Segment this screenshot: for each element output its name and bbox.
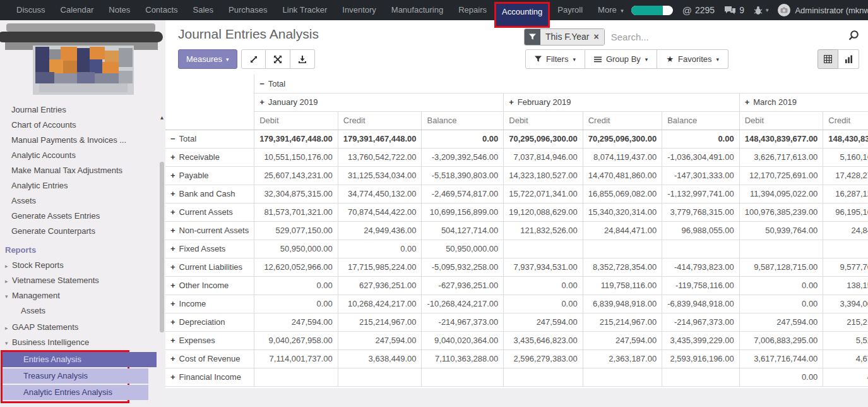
favorites-button[interactable]: ★ Favorites ▾	[657, 49, 728, 69]
pivot-row-receivable[interactable]: +Receivable	[165, 148, 254, 166]
search-icon[interactable]	[848, 30, 859, 44]
measures-button[interactable]: Measures ▾	[178, 49, 237, 69]
expand-icon[interactable]: +	[170, 226, 175, 235]
expand-icon[interactable]: +	[170, 207, 175, 217]
sidebar-item-analytic-entries[interactable]: Analytic Entries	[0, 178, 165, 193]
pivot-row-fixed-assets[interactable]: +Fixed Assets	[165, 240, 254, 258]
expand-icon[interactable]: +	[170, 354, 175, 363]
download-button[interactable]	[290, 49, 315, 69]
nav-item-purchases[interactable]: Purchases	[221, 0, 275, 20]
progress-bar[interactable]	[631, 6, 673, 15]
filters-button[interactable]: Filters ▾	[525, 49, 585, 69]
nav-item-link-tracker[interactable]: Link Tracker	[275, 0, 335, 20]
messages-counter[interactable]: 9	[724, 5, 744, 15]
expand-icon[interactable]: +	[170, 262, 175, 272]
expand-icon[interactable]: +	[170, 299, 175, 308]
sidebar-item-generate-assets-entries[interactable]: Generate Assets Entries	[0, 209, 165, 224]
pivot-header-february-2019[interactable]: +February 2019	[504, 93, 739, 111]
pivot-row-depreciation[interactable]: +Depreciation	[165, 313, 254, 331]
sidebar-item-entries-analysis[interactable]: Entries Analysis	[3, 352, 157, 367]
expand-icon[interactable]: +	[745, 97, 750, 107]
collapse-icon[interactable]: −	[259, 79, 265, 88]
expand-icon[interactable]: +	[170, 336, 175, 345]
pivot-header-march-2019[interactable]: +March 2019	[739, 93, 868, 111]
pivot-measure-debit[interactable]: Debit	[739, 111, 823, 130]
expand-icon[interactable]: +	[170, 152, 175, 162]
pivot-row-income[interactable]: +Income	[165, 295, 254, 313]
sidebar-item-business-intelligence[interactable]: ▾Business Intelligence	[0, 335, 165, 350]
sidebar-item-assets[interactable]: Assets	[0, 303, 165, 319]
flip-axes-button[interactable]	[266, 49, 290, 69]
expand-icon[interactable]: +	[170, 281, 175, 290]
search-input[interactable]	[610, 31, 848, 43]
mentions-counter[interactable]: @ 2295	[682, 5, 715, 16]
pivot-header-total[interactable]: −Total	[254, 75, 868, 93]
sidebar-item-stock-reports[interactable]: ▸Stock Reports	[0, 258, 165, 273]
nav-right-cluster: @ 2295 9 ▾	[631, 0, 868, 20]
pivot-measure-debit[interactable]: Debit	[504, 111, 583, 130]
user-menu[interactable]: Administrator (mknwyp... ▾	[778, 4, 868, 16]
pivot-cell: 3,435,646,823.00	[504, 331, 583, 349]
nav-item-accounting[interactable]: Accounting	[494, 2, 550, 28]
debug-menu[interactable]: ▾	[754, 6, 769, 15]
pivot-row-cost-of-revenue[interactable]: +Cost of Revenue	[165, 349, 254, 368]
expand-icon[interactable]: +	[259, 97, 265, 107]
sidebar-item-assets[interactable]: Assets	[0, 193, 165, 209]
expand-icon[interactable]: +	[170, 244, 175, 253]
nav-item-manufacturing[interactable]: Manufacturing	[384, 0, 451, 20]
nav-item-contacts[interactable]: Contacts	[138, 0, 185, 20]
nav-item-discuss[interactable]: Discuss	[9, 0, 53, 20]
sidebar-item-gaap-statements[interactable]: ▸GAAP Statements	[0, 320, 165, 335]
nav-item-inventory[interactable]: Inventory	[335, 0, 383, 20]
pivot-row-bank-and-cash[interactable]: +Bank and Cash	[165, 185, 254, 203]
pivot-header-january-2019[interactable]: +January 2019	[254, 93, 504, 111]
pivot-measure-credit[interactable]: Credit	[823, 111, 868, 130]
pivot-row-current-liabilities[interactable]: +Current Liabilities	[165, 258, 254, 276]
pivot-measure-balance[interactable]: Balance	[662, 111, 740, 130]
close-icon[interactable]: ×	[594, 32, 599, 41]
pivot-measure-debit[interactable]: Debit	[254, 111, 338, 130]
nav-item-payroll[interactable]: Payroll	[550, 0, 590, 20]
expand-icon[interactable]: +	[170, 317, 175, 327]
expand-icon[interactable]: +	[509, 97, 514, 107]
nav-item-notes[interactable]: Notes	[101, 0, 138, 20]
sidebar-item-make-manual-tax-adjustments[interactable]: Make Manual Tax Adjustments	[0, 163, 165, 178]
sidebar-item-manual-payments-invoices[interactable]: Manual Payments & Invoices ...	[0, 133, 165, 148]
sidebar-item-vietnamese-statements[interactable]: ▸Vietnamese Statements	[0, 273, 165, 288]
sidebar-item-analytic-accounts[interactable]: Analytic Accounts	[0, 148, 165, 163]
sidebar-item-management[interactable]: ▾Management	[0, 288, 165, 303]
pivot-view-button[interactable]	[817, 49, 838, 69]
group-by-button[interactable]: Group By ▾	[585, 49, 657, 69]
graph-view-button[interactable]	[838, 49, 859, 69]
pivot-measure-balance[interactable]: Balance	[422, 111, 504, 130]
pivot-measure-credit[interactable]: Credit	[338, 111, 422, 130]
sidebar-scrollbar[interactable]	[160, 162, 164, 332]
pivot-row-expenses[interactable]: +Expenses	[165, 331, 254, 349]
pivot-row-total[interactable]: −Total	[165, 130, 254, 148]
pivot-cell: -3,209,392,546.00	[422, 148, 504, 166]
expand-icon[interactable]: +	[170, 372, 175, 382]
pivot-row-other-income[interactable]: +Other Income	[165, 276, 254, 295]
pivot-row-current-assets[interactable]: +Current Assets	[165, 203, 254, 221]
sidebar-item-analytic-entries-analysis[interactable]: Analytic Entries Analysis	[3, 385, 148, 400]
pivot-row-non-current-assets[interactable]: +Non-current Assets	[165, 221, 254, 240]
expand-icon[interactable]: +	[170, 189, 175, 198]
pivot-cell: -627,936,251.00	[422, 276, 504, 295]
sidebar-item-chart-of-accounts[interactable]: Chart of Accounts	[0, 118, 165, 133]
nav-item-calendar[interactable]: Calendar	[53, 0, 102, 20]
nav-item-sales[interactable]: Sales	[186, 0, 222, 20]
pivot-row-financial-income[interactable]: +Financial Income	[165, 368, 254, 386]
sidebar-item-generate-counterparts[interactable]: Generate Counterparts	[0, 224, 165, 239]
expand-icon[interactable]: +	[170, 171, 175, 180]
pivot-cell: 179,391,467,448.00	[338, 130, 422, 148]
nav-item-more[interactable]: More ▾	[590, 0, 631, 20]
pivot-measure-credit[interactable]: Credit	[583, 111, 662, 130]
search-facet[interactable]: This F.Year ×	[524, 28, 605, 46]
sidebar-item-journal-entries[interactable]: Journal Entries	[0, 102, 165, 118]
collapse-icon[interactable]: −	[170, 134, 175, 143]
expand-all-button[interactable]	[241, 49, 266, 69]
nav-item-repairs[interactable]: Repairs	[451, 0, 494, 20]
sidebar-item-treasury-analysis[interactable]: Treasury Analysis	[3, 368, 148, 384]
pivot-cell: -1,036,304,491.00	[662, 148, 740, 166]
pivot-row-payable[interactable]: +Payable	[165, 166, 254, 185]
